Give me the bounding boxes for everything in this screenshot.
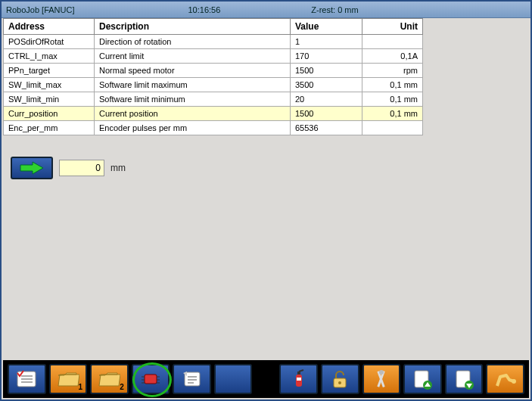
svg-rect-19	[296, 375, 302, 387]
notes-button[interactable]	[173, 364, 211, 394]
highlight-circle	[132, 362, 172, 397]
cell-unit: rpm	[362, 64, 423, 78]
svg-rect-7	[145, 375, 157, 384]
table-row[interactable]: POSdirOfRotatDirection of rotation1	[4, 35, 423, 49]
cell-value: 170	[291, 49, 362, 64]
checklist-button[interactable]	[8, 364, 46, 394]
move-unit-label: mm	[110, 163, 126, 173]
cell-unit	[362, 35, 423, 49]
cell-description: Direction of rotation	[95, 35, 291, 49]
cell-unit: 0,1 mm	[362, 107, 423, 121]
svg-rect-1	[17, 371, 36, 387]
table-row[interactable]: SW_limit_maxSoftware limit maximum35000,…	[4, 78, 423, 92]
arrow-right-icon	[19, 161, 45, 175]
svg-point-27	[379, 370, 384, 375]
cell-value: 1500	[291, 64, 362, 78]
svg-rect-25	[377, 371, 384, 387]
cell-description: Software limit maximum	[95, 78, 291, 92]
folder1-button[interactable]: 1	[49, 364, 88, 394]
cell-address: CTRL_I_max	[4, 49, 95, 64]
table-row[interactable]: CTRL_I_maxCurrent limit1700,1A	[4, 49, 423, 64]
folder2-button[interactable]: 2	[90, 364, 129, 394]
svg-point-29	[423, 381, 432, 390]
cell-description: Encoder pulses per mm	[95, 121, 291, 135]
blank-button[interactable]	[214, 364, 253, 394]
svg-rect-20	[297, 378, 301, 381]
svg-marker-5	[58, 373, 79, 386]
svg-point-32	[465, 381, 474, 390]
svg-rect-21	[297, 371, 300, 375]
cell-description: Software limit minimum	[95, 92, 291, 107]
svg-marker-30	[425, 382, 431, 387]
badge-label: 2	[120, 383, 124, 391]
svg-point-24	[338, 381, 341, 384]
z-rest-label: Z-rest: 0 mm	[311, 2, 358, 18]
table-row[interactable]: Curr_positionCurrent position15000,1 mm	[4, 107, 423, 121]
page-down-button[interactable]	[445, 364, 484, 394]
cell-value: 1	[291, 35, 362, 49]
svg-rect-28	[415, 371, 428, 387]
badge-label: 1	[79, 383, 83, 391]
chip-button[interactable]	[132, 364, 170, 394]
cell-unit: 0,1 mm	[362, 92, 423, 107]
cell-address: Curr_position	[4, 107, 95, 121]
cell-description: Current position	[95, 107, 291, 121]
page-up-button[interactable]	[403, 364, 442, 394]
cell-value: 20	[291, 92, 362, 107]
cell-unit: 0,1A	[362, 49, 423, 64]
unlock-button[interactable]	[321, 364, 359, 394]
parameter-table: Address Description Value Unit POSdirOfR…	[3, 18, 423, 135]
move-value-input[interactable]	[59, 160, 104, 176]
col-description: Description	[95, 19, 291, 35]
cell-description: Current limit	[95, 49, 291, 64]
cell-address: PPn_target	[4, 64, 95, 78]
svg-point-34	[512, 379, 516, 384]
svg-rect-26	[377, 371, 384, 387]
svg-rect-31	[456, 371, 470, 387]
cell-value: 3500	[291, 78, 362, 92]
svg-rect-14	[185, 372, 200, 386]
clock-label: 10:16:56	[188, 2, 220, 18]
table-row[interactable]: PPn_targetNormal speed motor1500rpm	[4, 64, 423, 78]
cell-unit	[362, 121, 423, 135]
table-row[interactable]: Enc_per_mmEncoder pulses per mm65536	[4, 121, 423, 135]
svg-rect-23	[334, 378, 346, 387]
app-window: RoboJob [FANUC] 10:16:56 Z-rest: 0 mm Ad…	[0, 0, 532, 401]
extinguisher-button[interactable]	[279, 364, 318, 394]
table-row[interactable]: SW_limit_minSoftware limit minimum200,1 …	[4, 92, 423, 107]
content-area: Address Description Value Unit POSdirOfR…	[3, 18, 529, 359]
cell-unit: 0,1 mm	[362, 78, 423, 92]
cell-description: Normal speed motor	[95, 64, 291, 78]
cell-address: POSdirOfRotat	[4, 35, 95, 49]
svg-line-22	[299, 370, 303, 371]
col-address: Address	[4, 19, 95, 35]
col-unit: Unit	[362, 19, 423, 35]
svg-marker-0	[20, 162, 43, 174]
svg-marker-18	[183, 371, 187, 376]
tools-button[interactable]	[362, 364, 401, 394]
cell-address: Enc_per_mm	[4, 121, 95, 135]
cell-value: 65536	[291, 121, 362, 135]
svg-marker-6	[99, 373, 120, 386]
svg-marker-33	[466, 384, 472, 388]
col-value: Value	[291, 19, 362, 35]
title-bar: RoboJob [FANUC] 10:16:56 Z-rest: 0 mm	[2, 2, 530, 18]
move-arrow-button[interactable]	[11, 157, 53, 179]
robot-button[interactable]	[486, 364, 524, 394]
cell-value: 1500	[291, 107, 362, 121]
cell-address: SW_limit_min	[4, 92, 95, 107]
cell-address: SW_limit_max	[4, 78, 95, 92]
bottom-toolbar: 12	[3, 360, 529, 398]
app-title: RoboJob [FANUC]	[6, 2, 74, 18]
move-row: mm	[11, 157, 529, 179]
